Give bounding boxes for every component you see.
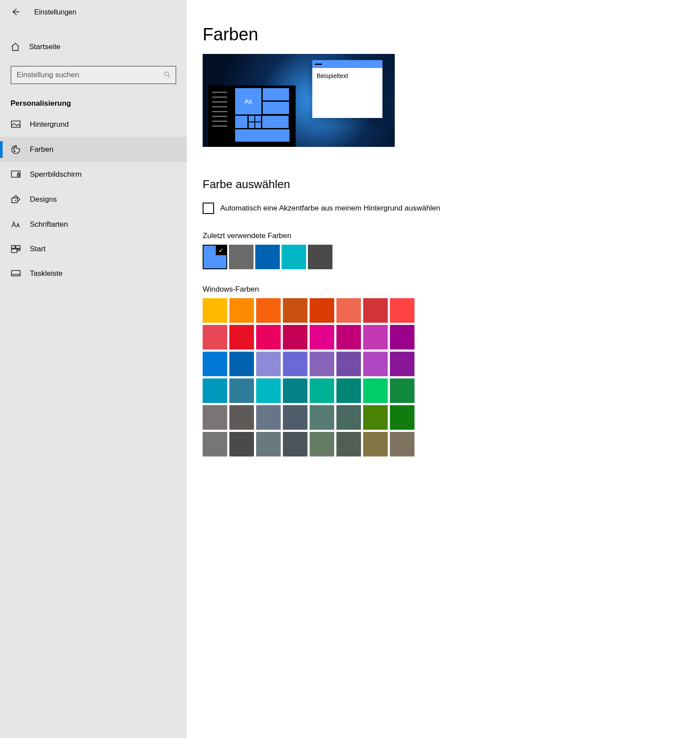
section-title: Personalisierung bbox=[0, 84, 187, 112]
color-swatch[interactable] bbox=[390, 298, 414, 323]
color-swatch[interactable] bbox=[363, 352, 388, 376]
themes-icon bbox=[11, 195, 21, 204]
color-swatch[interactable] bbox=[310, 432, 334, 456]
svg-rect-10 bbox=[11, 249, 17, 253]
recent-color-swatch[interactable] bbox=[308, 245, 332, 269]
color-swatch[interactable] bbox=[203, 432, 227, 456]
svg-rect-11 bbox=[18, 249, 20, 251]
sidebar-item-background[interactable]: Hintergrund bbox=[0, 112, 187, 137]
svg-rect-6 bbox=[18, 174, 20, 176]
color-swatch[interactable] bbox=[203, 325, 227, 349]
preview-tile-aa: Aa bbox=[235, 88, 261, 114]
svg-rect-9 bbox=[16, 246, 20, 248]
taskbar-icon bbox=[11, 270, 21, 277]
color-swatch[interactable] bbox=[336, 352, 361, 376]
color-swatch[interactable] bbox=[256, 405, 281, 430]
background-icon bbox=[11, 121, 21, 128]
choose-color-title: Farbe auswählen bbox=[203, 178, 684, 191]
sidebar-item-taskbar[interactable]: Taskleiste bbox=[0, 261, 187, 286]
preview-window: Beispieltext bbox=[312, 60, 382, 118]
color-swatch[interactable] bbox=[229, 378, 254, 403]
svg-point-2 bbox=[13, 148, 14, 149]
recent-color-swatch[interactable] bbox=[282, 245, 306, 269]
color-swatch[interactable] bbox=[390, 352, 414, 376]
color-swatch[interactable] bbox=[336, 325, 361, 349]
color-swatch[interactable] bbox=[229, 298, 254, 323]
auto-accent-checkbox[interactable] bbox=[203, 203, 214, 214]
app-title: Einstellungen bbox=[34, 8, 76, 16]
home-button[interactable]: Startseite bbox=[0, 36, 187, 58]
color-swatch[interactable] bbox=[229, 325, 254, 349]
color-swatch[interactable] bbox=[363, 325, 388, 349]
color-swatch[interactable] bbox=[283, 378, 307, 403]
recent-color-swatch[interactable] bbox=[255, 245, 280, 269]
recent-color-swatch[interactable] bbox=[229, 245, 254, 269]
preview-sample-text: Beispieltext bbox=[312, 68, 382, 84]
color-swatch[interactable] bbox=[203, 405, 227, 430]
color-swatch[interactable] bbox=[256, 298, 281, 323]
search-box[interactable] bbox=[11, 66, 176, 84]
svg-point-0 bbox=[164, 72, 168, 76]
color-swatch[interactable] bbox=[310, 378, 334, 403]
color-swatch[interactable] bbox=[256, 352, 281, 376]
colors-icon bbox=[11, 145, 21, 154]
sidebar-item-label: Farben bbox=[30, 145, 54, 154]
color-swatch[interactable] bbox=[336, 432, 361, 456]
search-icon bbox=[163, 71, 171, 80]
color-swatch[interactable] bbox=[363, 405, 388, 430]
sidebar-item-colors[interactable]: Farben bbox=[0, 137, 187, 162]
sidebar-item-label: Sperrbildschirm bbox=[30, 170, 82, 179]
home-label: Startseite bbox=[29, 43, 61, 51]
sidebar-item-label: Start bbox=[30, 245, 46, 253]
color-swatch[interactable] bbox=[229, 432, 254, 456]
sidebar-item-fonts[interactable]: Schriftarten bbox=[0, 212, 187, 237]
color-swatch[interactable] bbox=[310, 352, 334, 376]
color-swatch[interactable] bbox=[283, 325, 307, 349]
color-swatch[interactable] bbox=[229, 405, 254, 430]
sidebar-item-label: Taskleiste bbox=[30, 269, 63, 278]
sidebar-item-start[interactable]: Start bbox=[0, 237, 187, 261]
color-swatch[interactable] bbox=[283, 405, 307, 430]
color-swatch[interactable] bbox=[363, 432, 388, 456]
theme-preview: Aa Beispieltext bbox=[203, 54, 395, 147]
color-swatch[interactable] bbox=[203, 378, 227, 403]
recent-color-swatch[interactable]: ✓ bbox=[203, 245, 227, 269]
color-swatch[interactable] bbox=[336, 405, 361, 430]
color-swatch[interactable] bbox=[283, 352, 307, 376]
sidebar-item-lockscreen[interactable]: Sperrbildschirm bbox=[0, 162, 187, 187]
color-swatch[interactable] bbox=[256, 325, 281, 349]
windows-colors-palette bbox=[203, 298, 684, 456]
color-swatch[interactable] bbox=[336, 298, 361, 323]
color-swatch[interactable] bbox=[256, 378, 281, 403]
color-swatch[interactable] bbox=[283, 298, 307, 323]
windows-colors-label: Windows-Farben bbox=[203, 285, 684, 294]
color-swatch[interactable] bbox=[203, 298, 227, 323]
title-bar: Einstellungen bbox=[0, 0, 187, 25]
page-title: Farben bbox=[203, 25, 684, 44]
nav-list: HintergrundFarbenSperrbildschirmDesignsS… bbox=[0, 112, 187, 286]
color-swatch[interactable] bbox=[363, 298, 388, 323]
color-swatch[interactable] bbox=[390, 325, 414, 349]
recent-colors-row: ✓ bbox=[203, 245, 684, 269]
color-swatch[interactable] bbox=[310, 298, 334, 323]
back-button[interactable] bbox=[11, 7, 20, 18]
color-swatch[interactable] bbox=[390, 405, 414, 430]
color-swatch[interactable] bbox=[363, 378, 388, 403]
color-swatch[interactable] bbox=[310, 325, 334, 349]
color-swatch[interactable] bbox=[203, 352, 227, 376]
sidebar-item-themes[interactable]: Designs bbox=[0, 187, 187, 212]
color-swatch[interactable] bbox=[256, 432, 281, 456]
sidebar-item-label: Schriftarten bbox=[30, 220, 68, 229]
color-swatch[interactable] bbox=[390, 378, 414, 403]
svg-rect-12 bbox=[11, 271, 20, 276]
color-swatch[interactable] bbox=[310, 405, 334, 430]
check-icon: ✓ bbox=[216, 246, 226, 255]
color-swatch[interactable] bbox=[336, 378, 361, 403]
home-icon bbox=[11, 42, 21, 52]
sidebar: Einstellungen Startseite Personalisierun… bbox=[0, 0, 187, 738]
color-swatch[interactable] bbox=[283, 432, 307, 456]
auto-accent-row[interactable]: Automatisch eine Akzentfarbe aus meinem … bbox=[203, 203, 684, 214]
search-input[interactable] bbox=[17, 71, 163, 79]
color-swatch[interactable] bbox=[229, 352, 254, 376]
color-swatch[interactable] bbox=[390, 432, 414, 456]
